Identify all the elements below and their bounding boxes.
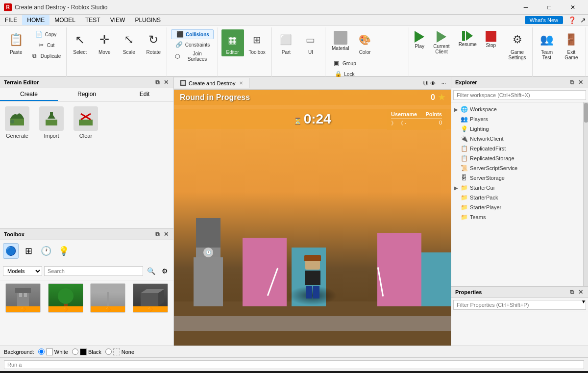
properties-dropdown[interactable]: ▼ bbox=[581, 299, 586, 304]
tree-item-replicatedstorage[interactable]: 📋 ReplicatedStorage bbox=[451, 153, 583, 163]
bg-none-radio[interactable] bbox=[105, 348, 112, 355]
toolbox-inventory-icon[interactable]: 💡 bbox=[56, 243, 72, 259]
stop-button[interactable]: Stop bbox=[482, 29, 500, 50]
join-surfaces-button[interactable]: ⬡ Join Surfaces bbox=[171, 50, 214, 63]
terrain-tab-region[interactable]: Region bbox=[58, 88, 116, 101]
constraints-button[interactable]: 🔗 Constraints bbox=[171, 40, 214, 50]
tree-item-starterplayer[interactable]: 📁 StarterPlayer bbox=[451, 202, 583, 212]
paste-button[interactable]: 📋 Paste bbox=[5, 29, 27, 56]
collisions-button[interactable]: ⬛ Collisions bbox=[171, 29, 214, 39]
copy-icon: 📄 bbox=[35, 30, 43, 38]
tree-item-starterpack[interactable]: 📁 StarterPack bbox=[451, 193, 583, 202]
replicatedfirst-icon: 📋 bbox=[460, 145, 468, 152]
terrain-tab-create[interactable]: Create bbox=[0, 88, 58, 101]
toolbox-images-icon[interactable]: ⊞ bbox=[21, 243, 36, 259]
maximize-button[interactable]: □ bbox=[538, 2, 561, 13]
toolbox-ribbon-button[interactable]: ⊞ Toolbox bbox=[246, 29, 269, 56]
char-head bbox=[305, 257, 320, 270]
move-button[interactable]: ✛ Move bbox=[93, 29, 116, 56]
networkclient-icon: 🔌 bbox=[460, 135, 468, 143]
command-input[interactable] bbox=[4, 360, 584, 369]
material-button[interactable]: Material bbox=[329, 29, 352, 52]
menu-view[interactable]: VIEW bbox=[105, 15, 130, 25]
viewport[interactable]: Round in Progress 0 ★ ⏳ 0:24 Username Po… bbox=[174, 90, 451, 346]
toolbox-float-button[interactable]: ⧉ bbox=[154, 231, 161, 238]
viewport-tab-close[interactable]: ✕ bbox=[239, 80, 243, 86]
menu-model[interactable]: MODEL bbox=[49, 15, 80, 25]
generate-button[interactable]: Generate bbox=[5, 106, 29, 139]
duplicate-button[interactable]: ⧉ Duplicate bbox=[28, 51, 64, 61]
group-button[interactable]: ▣ Group bbox=[329, 58, 360, 68]
menu-plugins[interactable]: PLUGINS bbox=[130, 15, 166, 25]
tree-item-networkclient[interactable]: 🔌 NetworkClient bbox=[451, 134, 583, 144]
cut-button[interactable]: ✂ Cut bbox=[28, 40, 64, 50]
tree-item-players[interactable]: 👥 Players bbox=[451, 114, 583, 124]
help-button[interactable]: ❓ bbox=[566, 16, 578, 24]
part-button[interactable]: ⬜ Part bbox=[275, 29, 297, 56]
explorer-float-button[interactable]: ⧉ bbox=[569, 79, 575, 86]
list-item[interactable]: 🔶 bbox=[46, 283, 86, 343]
terrain-editor-close-button[interactable]: ✕ bbox=[163, 79, 170, 86]
editor-button[interactable]: ▦ Editor bbox=[221, 29, 244, 56]
color-button[interactable]: 🎨 Color bbox=[354, 29, 376, 56]
tree-item-lighting[interactable]: 💡 Lighting bbox=[451, 124, 583, 134]
whats-new-button[interactable]: What's New bbox=[525, 16, 563, 24]
list-item[interactable]: 🔶 bbox=[130, 283, 171, 343]
play-button[interactable]: Play bbox=[411, 29, 428, 50]
viewport-ui-toggle[interactable]: UI 👁 bbox=[421, 80, 438, 87]
toolbox-models-icon[interactable]: 🔵 bbox=[3, 243, 19, 259]
viewport-more-button[interactable]: ··· bbox=[440, 80, 448, 87]
share-button[interactable]: ↗ bbox=[578, 16, 588, 24]
scale-button[interactable]: ⤡ Scale bbox=[118, 29, 140, 56]
explorer-filter-input[interactable] bbox=[453, 90, 586, 100]
terrain-tab-edit[interactable]: Edit bbox=[116, 88, 173, 101]
explorer-scrollbar-thumb[interactable] bbox=[584, 103, 588, 123]
select-button[interactable]: ↖ Select bbox=[69, 29, 91, 56]
copy-button[interactable]: 📄 Copy bbox=[28, 29, 64, 39]
viewport-tab-create-and-destroy[interactable]: 🔲 Create and Destroy ✕ bbox=[174, 78, 249, 88]
bg-black-option[interactable]: Black bbox=[72, 348, 101, 355]
rotate-button[interactable]: ↻ Rotate bbox=[142, 29, 165, 56]
import-button[interactable]: Import bbox=[39, 106, 64, 139]
ui-button[interactable]: ▭ UI bbox=[299, 29, 322, 56]
bg-black-radio[interactable] bbox=[72, 348, 78, 355]
toolbox-category-select[interactable]: Models Images bbox=[3, 266, 42, 276]
tree-item-replicatedfirst[interactable]: 📋 ReplicatedFirst bbox=[451, 144, 583, 153]
properties-filter-input[interactable] bbox=[453, 300, 586, 310]
tree-item-teams[interactable]: 📁 Teams bbox=[451, 212, 583, 222]
toolbox-history-icon[interactable]: 🕐 bbox=[38, 243, 54, 259]
toolbox-header: Toolbox ⧉ ✕ bbox=[0, 229, 173, 240]
bg-none-option[interactable]: None bbox=[105, 348, 134, 355]
bg-white-radio[interactable] bbox=[38, 348, 45, 355]
toolbox-search-input[interactable] bbox=[44, 266, 143, 276]
toolbox-item-thumb: 🔶 bbox=[133, 283, 168, 313]
explorer-scrollbar[interactable] bbox=[583, 102, 588, 286]
list-item[interactable]: 🔶 bbox=[88, 283, 128, 343]
minimize-button[interactable]: ─ bbox=[514, 2, 537, 13]
close-button[interactable]: ✕ bbox=[562, 2, 584, 13]
paste-icon: 📋 bbox=[7, 31, 25, 49]
menu-home[interactable]: HOME bbox=[22, 15, 49, 25]
replicatedstorage-label: ReplicatedStorage bbox=[470, 155, 514, 161]
explorer-close-button[interactable]: ✕ bbox=[577, 79, 584, 86]
properties-close-button[interactable]: ✕ bbox=[577, 289, 584, 296]
tree-item-startergui[interactable]: ▶ 📁 StarterGui bbox=[451, 183, 583, 193]
properties-float-button[interactable]: ⧉ bbox=[569, 289, 575, 296]
list-item[interactable]: 🔶 bbox=[3, 283, 44, 343]
terrain-editor-float-button[interactable]: ⧉ bbox=[154, 79, 161, 86]
tree-item-serverstorage[interactable]: 🗄 ServerStorage bbox=[451, 173, 583, 183]
menu-file[interactable]: FILE bbox=[0, 15, 22, 25]
toolbox-filter-button[interactable]: ⚙ bbox=[159, 265, 171, 277]
game-settings-button[interactable]: ⚙ GameSettings bbox=[506, 29, 528, 62]
resume-button[interactable]: Resume bbox=[455, 29, 480, 49]
clear-button[interactable]: Clear bbox=[74, 106, 98, 139]
exit-game-button[interactable]: 🚪 ExitGame bbox=[560, 29, 583, 62]
toolbox-close-button[interactable]: ✕ bbox=[163, 231, 170, 238]
menu-test[interactable]: TEST bbox=[80, 15, 105, 25]
toolbox-search-button[interactable]: 🔍 bbox=[145, 265, 157, 277]
team-button[interactable]: 👥 TeamTest bbox=[536, 29, 558, 62]
bg-white-option[interactable]: White bbox=[38, 348, 68, 355]
tree-item-serverscriptservice[interactable]: 📜 ServerScriptService bbox=[451, 163, 583, 173]
tree-item-workspace[interactable]: ▶ 🌐 Workspace bbox=[451, 104, 583, 114]
current-client-button[interactable]: CurrentClient bbox=[430, 29, 453, 56]
